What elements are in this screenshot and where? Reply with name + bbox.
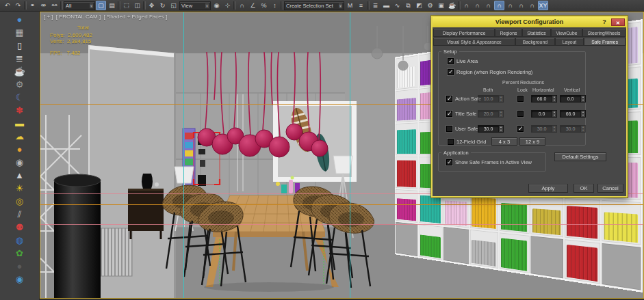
window-crossing-icon[interactable]: ◫ <box>132 1 142 10</box>
angle-snap-icon[interactable]: ∠ <box>248 1 258 10</box>
mirror-icon[interactable]: M <box>345 1 355 10</box>
title-safe-both-spinner: 20.0▲▼ <box>478 110 504 118</box>
render-setup-icon[interactable]: ⚙ <box>425 1 435 10</box>
rectangular-selection-icon[interactable]: ⬚ <box>121 1 131 10</box>
cloud-icon[interactable]: ☁ <box>8 130 31 143</box>
rendered-frame-icon[interactable]: ▣ <box>436 1 446 10</box>
snap-magnet-3-icon[interactable]: ∩ <box>483 1 493 10</box>
dark-sphere-icon[interactable]: ● <box>8 260 31 273</box>
tab-display-performance[interactable]: Display Performance <box>433 29 495 37</box>
viewport-shading-label[interactable]: [ Shaded + Edged Faces ] <box>103 14 167 20</box>
tools-icon[interactable]: ⚙ <box>8 78 31 91</box>
user-safe-both-spinner[interactable]: 30.0▲▼ <box>478 125 504 133</box>
title-safe-horizontal-spinner[interactable]: 0.0▲▼ <box>531 110 557 118</box>
user-safe-checkbox[interactable] <box>446 126 452 132</box>
toolbar-separator <box>60 1 63 10</box>
material-editor-icon[interactable]: ◩ <box>414 1 424 10</box>
schematic-view-icon[interactable]: ⧉ <box>403 1 413 10</box>
apply-button[interactable]: Apply <box>528 184 568 193</box>
grid-4x3-button[interactable]: 4 x 3 <box>491 137 517 146</box>
snap-toggle-icon[interactable]: ∩ <box>237 1 247 10</box>
selection-filter-dropdown[interactable]: All▾ <box>64 1 95 10</box>
viewport-label[interactable]: [ + ] [ FRONTAL CAM ] [ Shaded + Edged F… <box>44 14 168 20</box>
grid-12x9-button[interactable]: 12 x 9 <box>519 137 545 146</box>
action-safe-vertical-spinner[interactable]: 0.0▲▼ <box>560 95 586 103</box>
align-icon[interactable]: ≡ <box>356 1 366 10</box>
sun-icon[interactable]: ☀ <box>8 182 31 195</box>
tab-statistics[interactable]: Statistics <box>522 29 551 37</box>
curve-editor-icon[interactable]: ∿ <box>392 1 402 10</box>
cancel-button[interactable]: Cancel <box>597 184 623 193</box>
title-safe-vertical-spinner[interactable]: 66.0▲▼ <box>560 110 586 118</box>
action-safe-horizontal-spinner[interactable]: 66.0▲▼ <box>531 95 557 103</box>
orange-ball-icon[interactable]: ● <box>8 143 31 156</box>
layer-manager-icon[interactable]: ≣ <box>370 1 381 10</box>
default-settings-button[interactable]: Default Settings <box>554 152 606 161</box>
twin-spheres-icon[interactable]: ⚉ <box>8 221 31 234</box>
tab-safe-frames[interactable]: Safe Frames <box>584 38 626 46</box>
tab-layout[interactable]: Layout <box>555 38 584 46</box>
list-icon[interactable]: ≣ <box>8 52 31 65</box>
vray-sphere-icon[interactable]: ● <box>8 13 31 26</box>
select-and-manipulate-icon[interactable]: ⊹ <box>222 1 233 10</box>
select-and-move-icon[interactable]: ✥ <box>146 1 157 10</box>
action-safe-lock-checkbox[interactable] <box>517 96 524 102</box>
field-grid-checkbox[interactable] <box>448 139 454 145</box>
close-icon[interactable]: ✕ <box>611 18 625 26</box>
tab-steeringwheels[interactable]: SteeringWheels <box>582 29 626 37</box>
select-and-rotate-icon[interactable]: ↻ <box>157 1 168 10</box>
title-safe-checkbox[interactable] <box>446 111 452 117</box>
tab-background[interactable]: Background <box>515 38 555 46</box>
title-safe-lock-checkbox[interactable] <box>517 111 524 117</box>
axis-constraint-xy-icon[interactable]: XY <box>538 1 548 10</box>
graphite-ribbon-icon[interactable]: ▬ <box>381 1 391 10</box>
render-production-icon[interactable]: ☕ <box>447 1 457 10</box>
help-icon[interactable]: ? <box>600 17 608 27</box>
user-safe-lock-checkbox[interactable] <box>517 126 524 132</box>
teapot-icon[interactable]: ☕ <box>8 65 31 78</box>
action-safe-checkbox[interactable] <box>446 96 452 102</box>
percent-snap-icon[interactable]: % <box>259 1 269 10</box>
flower-icon[interactable]: ✽ <box>8 104 31 117</box>
rain-icon[interactable]: ⫽ <box>8 208 31 221</box>
ok-button[interactable]: OK <box>574 184 594 193</box>
bind-to-space-warp-icon[interactable]: ⚯ <box>49 1 60 10</box>
snap-magnet-1-icon[interactable]: ∩ <box>461 1 472 10</box>
blue-eye-icon[interactable]: ◉ <box>8 273 31 286</box>
snap-magnet-7-icon[interactable]: ∩ <box>527 1 537 10</box>
globe-icon[interactable]: ◍ <box>8 234 31 247</box>
select-and-scale-icon[interactable]: ◱ <box>168 1 179 10</box>
undo-icon[interactable]: ↶ <box>2 1 12 10</box>
yellow-card-icon[interactable]: ▬ <box>8 117 31 130</box>
unlink-selection-icon[interactable]: ⚮ <box>38 1 49 10</box>
leaf-icon[interactable]: ✿ <box>8 247 31 260</box>
eye-icon[interactable]: ◉ <box>8 156 31 169</box>
select-by-name-icon[interactable]: ▤ <box>107 1 117 10</box>
spinner-snap-icon[interactable]: ↕ <box>270 1 280 10</box>
redo-icon[interactable]: ↷ <box>13 1 23 10</box>
live-area-checkbox[interactable] <box>448 58 454 64</box>
reference-coordinate-dropdown[interactable]: View▾ <box>179 1 211 10</box>
cone-icon[interactable]: ▲ <box>8 169 31 182</box>
tab-visual-style-appearance[interactable]: Visual Style & Appearance <box>433 38 515 46</box>
viewport-camera-label[interactable]: [ FRONTAL CAM ] <box>56 14 101 20</box>
tab-regions[interactable]: Regions <box>495 29 522 37</box>
moon-icon[interactable]: ☾ <box>8 91 31 104</box>
named-selection-sets-dropdown[interactable]: Create Selection Set▾ <box>284 1 344 10</box>
col-lock: Lock <box>517 87 528 92</box>
tab-viewcube[interactable]: ViewCube <box>551 29 582 37</box>
donut-icon[interactable]: ◎ <box>8 195 31 208</box>
select-and-link-icon[interactable]: ⚭ <box>27 1 38 10</box>
snap-magnet-4-icon[interactable]: ∩ <box>494 1 504 10</box>
page-icon[interactable]: ▯ <box>8 39 31 52</box>
framed-image-icon[interactable]: ▦ <box>8 26 31 39</box>
select-object-icon[interactable]: ▢ <box>96 1 106 10</box>
dialog-titlebar[interactable]: Viewport Configuration ? ✕ <box>433 17 626 27</box>
snap-magnet-2-icon[interactable]: ∩ <box>472 1 482 10</box>
viewport-menu-plus[interactable]: [ + ] <box>44 14 53 20</box>
snap-magnet-5-icon[interactable]: ∩ <box>505 1 515 10</box>
use-pivot-center-icon[interactable]: ◉ <box>211 1 222 10</box>
show-safe-frames-checkbox[interactable] <box>446 159 452 165</box>
snap-magnet-6-icon[interactable]: ∩ <box>516 1 526 10</box>
region-checkbox[interactable] <box>448 69 454 75</box>
